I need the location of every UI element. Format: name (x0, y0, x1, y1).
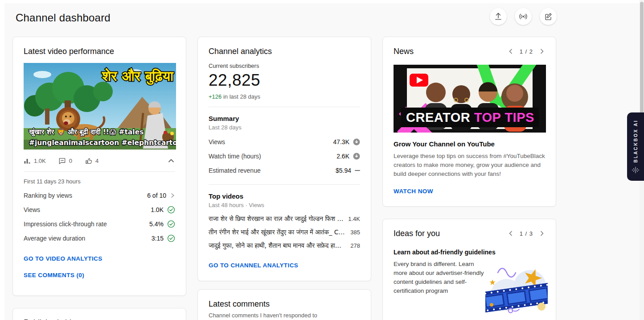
blackbox-ai-side-tab[interactable]: BLACKBOX AI (627, 112, 644, 181)
trend-flat-icon (355, 170, 360, 171)
news-pager: 1 / 2 (508, 48, 545, 55)
latest-comments-card: Latest comments Channel comments I haven… (197, 289, 371, 320)
news-card: News 1 / 2 (382, 37, 556, 207)
metric-value: 5.4% (149, 220, 164, 228)
thumbs-up-icon (85, 157, 92, 165)
top-video-row[interactable]: जादुई गुफा, सोने का हाथी, शैतान बाघ मानव… (209, 239, 360, 252)
summary-subtitle: Last 28 days (209, 124, 360, 131)
delta-value: +126 (209, 93, 222, 100)
card-title: Latest comments (209, 299, 360, 309)
subscriber-delta: +126 in last 28 days (209, 93, 360, 100)
banner-top-tips-text: TOP TIPS (470, 110, 534, 125)
top-video-row[interactable]: तीन रंगीन शेर भाई और खूंखार तेंदुए का जं… (209, 225, 360, 239)
analytics-bars-icon (24, 157, 31, 164)
likes-count: 4 (95, 158, 98, 164)
delta-suffix: in last 28 days (222, 93, 260, 100)
check-circle-icon (167, 220, 175, 228)
trend-down-icon (353, 153, 360, 160)
card-title: Channel analytics (209, 46, 360, 57)
top-video-views: 278 (346, 242, 360, 249)
edit-button[interactable] (540, 8, 557, 25)
likes-stat: 4 (85, 157, 98, 165)
live-broadcast-icon (518, 11, 529, 22)
top-videos-subtitle: Last 48 hours · Views (209, 202, 360, 208)
pager-indicator: 1 / 2 (520, 48, 533, 55)
published-videos-card: Published videos (12, 308, 186, 320)
top-video-title: तीन रंगीन शेर भाई और खूंखार तेंदुए का जं… (209, 229, 346, 236)
thumbnail-caption-line1: खुंखार शेर 🦁 और बूढ़ी दादी !!😱 #tales (29, 127, 144, 137)
banner-creator-text: CREATOR (406, 110, 470, 125)
metric-label: Views (24, 206, 40, 213)
svg-text:CREATOR TOP TIPS: CREATOR TOP TIPS (406, 110, 534, 125)
views-stat: 1.0K (24, 157, 46, 164)
metric-value: 1.0K (151, 206, 164, 213)
views-count: 1.0K (34, 158, 46, 164)
video-quick-stats: 1.0K 0 4 (24, 157, 175, 165)
summary-value: 2.6K (336, 153, 349, 160)
upload-icon (493, 12, 503, 21)
top-videos-title: Top videos (209, 192, 360, 200)
left-edge (0, 0, 4, 320)
pager-prev-button[interactable] (508, 230, 514, 237)
summary-row-views: Views 47.3K (209, 135, 360, 149)
blackbox-dots-icon (632, 166, 640, 174)
news-banner-image[interactable]: CREATOR TOP TIPS (394, 65, 546, 133)
thumbnail-title-overlay: शेर और बुढ़िया (102, 68, 174, 85)
summary-label: Views (209, 138, 225, 145)
top-video-title: जादुई गुफा, सोने का हाथी, शैतान बाघ मानव… (209, 242, 346, 249)
chevron-right-icon (170, 193, 175, 198)
top-videos-list: राजा शेर से छिपा शेरखान का राज़ और जादुई… (209, 212, 360, 252)
divider (24, 171, 175, 172)
upload-video-button[interactable] (490, 8, 507, 25)
card-title: News (394, 46, 414, 57)
thumbnail-caption-line2: #jungleanimalscartoon #elephntcartoon... (29, 139, 176, 147)
metric-label: Ranking by views (24, 192, 72, 199)
ideas-headline: Learn about ad-friendly guidelines (394, 249, 545, 256)
comments-count: 0 (69, 158, 72, 164)
metric-label: Impressions click-through rate (24, 220, 107, 228)
watch-now-link[interactable]: WATCH NOW (394, 188, 545, 195)
pager-next-button[interactable] (539, 48, 545, 54)
top-video-title: राजा शेर से छिपा शेरखान का राज़ और जादुई… (209, 215, 344, 223)
divider (209, 107, 360, 107)
current-subscribers-label: Current subscribers (209, 62, 360, 69)
film-strip-illustration (485, 263, 548, 316)
top-video-row[interactable]: राजा शेर से छिपा शेरखान का राज़ और जादुई… (209, 212, 360, 225)
news-headline: Grow Your Channel on YouTube (394, 140, 545, 148)
comment-icon (58, 157, 66, 165)
top-video-views: 385 (346, 229, 360, 236)
top-edge (0, 0, 644, 3)
metric-row-avd[interactable]: Average view duration 3:15 (24, 231, 175, 245)
pager-next-button[interactable] (539, 230, 545, 237)
ideas-body: Every brand is different. Learn more abo… (394, 260, 488, 295)
metric-value: 6 of 10 (147, 192, 166, 199)
summary-row-watch-time: Watch time (hours) 2.6K (209, 149, 360, 163)
summary-value: $5.94 (336, 167, 351, 174)
summary-row-revenue: Estimated revenue $5.94 (209, 163, 360, 178)
latest-video-thumbnail[interactable]: शेर और बुढ़िया खुंखार शेर 🦁 और बूढ़ी दाद… (24, 63, 176, 150)
go-to-video-analytics-link[interactable]: GO TO VIDEO ANALYTICS (24, 255, 175, 262)
header-actions (490, 8, 557, 25)
edit-pencil-icon (543, 12, 553, 21)
go-to-channel-analytics-link[interactable]: GO TO CHANNEL ANALYTICS (209, 262, 360, 269)
comments-stat: 0 (58, 157, 72, 165)
see-comments-link[interactable]: SEE COMMENTS (0) (24, 272, 175, 278)
card-title: Ideas for you (394, 228, 440, 239)
metric-row-ctr[interactable]: Impressions click-through rate 5.4% (24, 217, 175, 231)
news-body: Leverage these top tips on success from … (394, 152, 546, 179)
metric-row-views[interactable]: Views 1.0K (24, 203, 175, 217)
latest-video-performance-card: Latest video performance (12, 37, 186, 296)
ideas-pager: 1 / 3 (508, 230, 545, 237)
video-metrics-list: Ranking by views 6 of 10 Views 1.0K Impr… (24, 188, 175, 245)
video-age-label: First 11 days 23 hours (24, 178, 175, 185)
divider (209, 184, 360, 185)
check-circle-icon (167, 206, 175, 214)
summary-title: Summary (209, 115, 360, 122)
latest-comments-subtitle: Channel comments I haven't responded to (209, 312, 360, 319)
collapse-stats-button[interactable] (167, 157, 175, 165)
pager-prev-button[interactable] (508, 48, 514, 54)
go-live-button[interactable] (515, 8, 532, 25)
metric-row-ranking[interactable]: Ranking by views 6 of 10 (24, 188, 175, 203)
top-video-views: 1.4K (344, 216, 360, 222)
trend-down-icon (353, 138, 360, 145)
